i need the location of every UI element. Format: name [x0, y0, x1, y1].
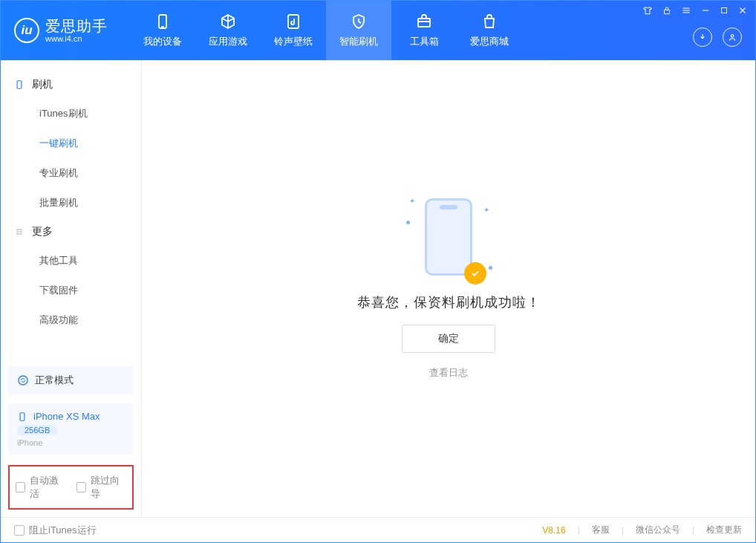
- sidebar-item-advanced[interactable]: 高级功能: [1, 305, 141, 335]
- version-label: V8.16: [542, 525, 565, 536]
- toolbox-icon: [415, 13, 433, 30]
- logo-icon: iu: [14, 18, 39, 43]
- svg-rect-13: [17, 81, 22, 89]
- svg-rect-2: [288, 15, 299, 28]
- checkbox-icon: [14, 525, 25, 536]
- window-controls: [642, 5, 748, 16]
- footer-link-support[interactable]: 客服: [592, 524, 610, 536]
- options-highlight-box: 自动激活 跳过向导: [8, 465, 134, 510]
- sparkle-icon: ✦: [409, 197, 415, 205]
- success-message: 恭喜您，保资料刷机成功啦！: [357, 293, 541, 311]
- sidebar-group-flash: 刷机: [1, 71, 141, 99]
- minimize-button[interactable]: [700, 5, 711, 16]
- tshirt-icon[interactable]: [642, 5, 653, 16]
- success-illustration: ✦ ✦: [415, 198, 482, 280]
- device-info-box[interactable]: iPhone XS Max 256GB iPhone: [8, 403, 134, 455]
- sidebar: 刷机 iTunes刷机 一键刷机 专业刷机 批量刷机 更多 其他工具 下载固件 …: [1, 60, 142, 517]
- tab-apps-games[interactable]: 应用游戏: [195, 1, 261, 60]
- sidebar-item-other-tools[interactable]: 其他工具: [1, 246, 141, 276]
- tab-smart-flash[interactable]: 智能刷机: [326, 1, 391, 60]
- checkbox-skip-guide[interactable]: 跳过向导: [76, 474, 127, 501]
- sparkle-icon: ✦: [483, 206, 489, 214]
- bag-icon: [480, 13, 498, 30]
- svg-rect-3: [418, 19, 430, 27]
- app-name: 爱思助手: [45, 18, 108, 34]
- menu-icon[interactable]: [681, 5, 691, 16]
- tab-store[interactable]: 爱思商城: [457, 1, 522, 60]
- tab-toolbox[interactable]: 工具箱: [391, 1, 457, 60]
- sidebar-item-itunes-flash[interactable]: iTunes刷机: [1, 99, 141, 129]
- sync-icon: [17, 374, 29, 386]
- download-button[interactable]: [693, 27, 712, 47]
- checkbox-block-itunes[interactable]: 阻止iTunes运行: [14, 524, 97, 537]
- ok-button[interactable]: 确定: [402, 325, 495, 353]
- header-action-icons: [693, 27, 742, 47]
- svg-point-12: [731, 35, 734, 38]
- device-storage-badge: 256GB: [17, 425, 57, 435]
- checkmark-badge-icon: [464, 262, 486, 284]
- svg-rect-4: [665, 10, 670, 13]
- sidebar-item-download-firmware[interactable]: 下载固件: [1, 276, 141, 305]
- svg-point-17: [19, 376, 27, 385]
- device-name: iPhone XS Max: [33, 411, 100, 422]
- phone-outline-icon: [17, 412, 27, 422]
- main-tabs: 我的设备 应用游戏 铃声壁纸 智能刷机 工具箱 爱思商城: [130, 1, 522, 60]
- device-icon: [154, 13, 172, 30]
- checkbox-icon: [16, 482, 25, 492]
- maximize-button[interactable]: [720, 5, 729, 16]
- sidebar-item-oneclick-flash[interactable]: 一键刷机: [1, 129, 141, 158]
- app-logo: iu 爱思助手 www.i4.cn: [14, 18, 108, 43]
- dot-icon: [489, 266, 492, 270]
- app-header: iu 爱思助手 www.i4.cn 我的设备 应用游戏 铃声壁纸 智能刷机 工具…: [1, 1, 755, 60]
- shield-icon: [350, 13, 368, 30]
- cube-icon: [219, 13, 237, 30]
- phone-small-icon: [14, 79, 25, 90]
- status-bar: 阻止iTunes运行 V8.16 | 客服 | 微信公众号 | 检查更新: [1, 517, 755, 542]
- phone-graphic: [425, 198, 472, 276]
- device-type: iPhone: [17, 438, 125, 447]
- device-mode-box[interactable]: 正常模式: [8, 366, 134, 394]
- music-icon: [284, 13, 302, 30]
- dot-icon: [406, 221, 410, 224]
- close-button[interactable]: [737, 5, 748, 16]
- user-button[interactable]: [723, 27, 742, 47]
- sidebar-item-batch-flash[interactable]: 批量刷机: [1, 188, 141, 218]
- sidebar-group-more: 更多: [1, 218, 141, 246]
- main-content: ✦ ✦ 恭喜您，保资料刷机成功啦！ 确定 查看日志: [142, 60, 755, 517]
- svg-rect-9: [722, 8, 727, 13]
- svg-rect-18: [20, 412, 25, 420]
- checkbox-auto-activate[interactable]: 自动激活: [16, 474, 66, 501]
- lock-icon[interactable]: [662, 5, 672, 16]
- footer-link-update[interactable]: 检查更新: [706, 524, 742, 536]
- sidebar-item-pro-flash[interactable]: 专业刷机: [1, 158, 141, 188]
- footer-link-wechat[interactable]: 微信公众号: [636, 524, 680, 536]
- view-log-link[interactable]: 查看日志: [429, 366, 468, 380]
- checkbox-icon: [76, 482, 86, 492]
- list-icon: [14, 227, 25, 237]
- tab-my-device[interactable]: 我的设备: [130, 1, 195, 60]
- app-url: www.i4.cn: [45, 34, 108, 43]
- tab-ringtone-wallpaper[interactable]: 铃声壁纸: [261, 1, 326, 60]
